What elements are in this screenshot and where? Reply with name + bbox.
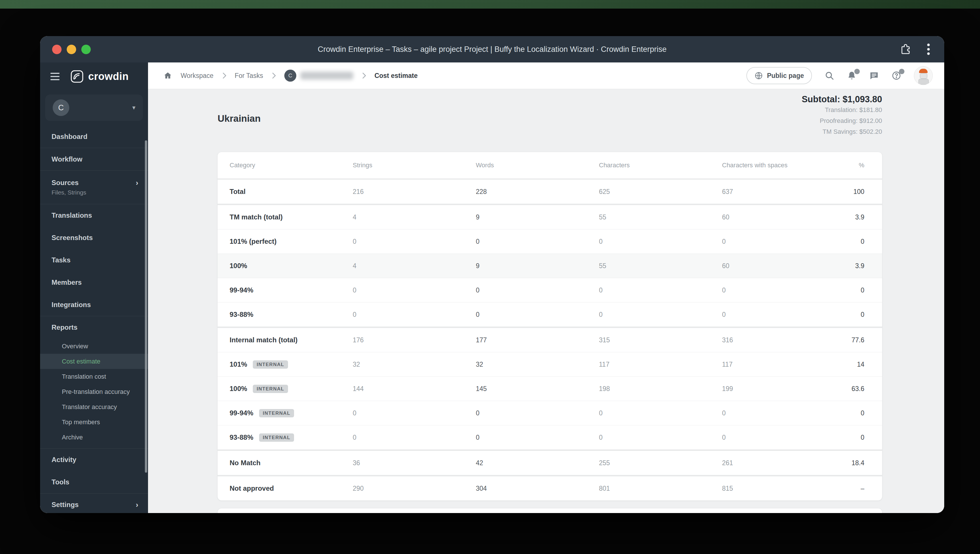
help-icon[interactable] — [891, 71, 901, 80]
table-row-total: Total 216 228 625 637 100 — [218, 180, 882, 204]
sidebar-item-workflow[interactable]: Workflow — [40, 148, 148, 171]
sidebar-item-reports[interactable]: Reports — [40, 316, 148, 338]
table-header-row: Category Strings Words Characters Charac… — [218, 152, 882, 180]
internal-badge: INTERNAL — [259, 409, 294, 417]
table-row-100-internal: 100%INTERNAL 144 145 198 199 63.6 — [218, 377, 882, 401]
sidebar-item-dashboard[interactable]: Dashboard — [40, 126, 148, 148]
subtotal-proofreading: Proofreading: $912.00 — [802, 115, 882, 126]
table-row-no-match: No Match 36 42 255 261 18.4 — [218, 449, 882, 475]
sidebar-item-screenshots[interactable]: Screenshots — [40, 227, 148, 249]
avatar-body — [918, 79, 929, 85]
col-header-characters: Characters — [599, 161, 722, 169]
table-row-tm-match-total: TM match (total) 4 9 55 60 3.9 — [218, 204, 882, 229]
table-row-101-perfect: 101% (perfect) 0 0 0 0 0 — [218, 229, 882, 254]
subtotal-amount: Subtotal: $1,093.80 — [802, 94, 882, 105]
sidebar-scrollbar[interactable] — [145, 140, 147, 473]
sidebar-subitem-pre-translation-accuracy[interactable]: Pre-translation accuracy — [40, 384, 148, 399]
breadcrumb-item-workspace[interactable]: Workspace — [181, 72, 213, 80]
browser-window: Crowdin Enterprise – Tasks – agile proje… — [40, 36, 944, 513]
desktop-background — [0, 0, 980, 9]
internal-badge: INTERNAL — [253, 385, 288, 393]
hamburger-menu-icon[interactable] — [50, 73, 60, 80]
sidebar-subitem-translator-accuracy[interactable]: Translator accuracy — [40, 399, 148, 415]
table-row-internal-match-total: Internal match (total) 176 177 315 316 7… — [218, 327, 882, 352]
sidebar-item-activity[interactable]: Activity — [40, 449, 148, 471]
per-file-table: Name ↓ Not approved Not translated TM Ma… — [218, 508, 882, 513]
table-row-100: 100% 4 9 55 60 3.9 — [218, 254, 882, 278]
chevron-separator-icon — [222, 72, 226, 79]
notifications-bell-icon[interactable] — [847, 71, 857, 80]
avatar-hat — [919, 69, 928, 73]
caret-down-icon: ▾ — [132, 104, 135, 112]
sidebar-item-members[interactable]: Members — [40, 271, 148, 294]
user-avatar[interactable] — [914, 66, 933, 85]
sources-subtitle: Files, Strings — [51, 189, 86, 196]
close-window-button[interactable] — [52, 45, 62, 54]
sidebar-item-sources[interactable]: Sources› Files, Strings — [40, 171, 148, 204]
zoom-window-button[interactable] — [81, 45, 91, 54]
subtotal-tm-savings: TM Savings: $502.20 — [802, 126, 882, 137]
report-content: Ukrainian Subtotal: $1,093.80 Translatio… — [148, 89, 944, 513]
screen: Crowdin Enterprise – Tasks – agile proje… — [0, 0, 980, 554]
cost-estimate-table: Category Strings Words Characters Charac… — [218, 152, 882, 500]
help-dot — [899, 69, 904, 74]
breadcrumb-current-cost-estimate: Cost estimate — [374, 72, 418, 80]
sidebar-subitem-cost-estimate[interactable]: Cost estimate — [40, 354, 148, 369]
chevron-right-icon: › — [136, 501, 138, 508]
chevron-separator-icon — [362, 72, 366, 79]
sidebar: crowdin C ▾ Dashboard Workflow Sources› … — [40, 62, 148, 513]
globe-icon — [754, 71, 763, 80]
sidebar-subitem-archive[interactable]: Archive — [40, 429, 148, 445]
organization-selector[interactable]: C ▾ — [45, 94, 143, 121]
traffic-lights — [52, 45, 91, 54]
table-row-not-approved: Not approved 290 304 801 815 – — [218, 475, 882, 500]
subtotal-block: Subtotal: $1,093.80 Translation: $181.80… — [802, 94, 882, 137]
table-row-99-94-internal: 99-94%INTERNAL 0 0 0 0 0 — [218, 401, 882, 425]
extensions-puzzle-icon[interactable] — [900, 43, 912, 55]
breadcrumb-item-for-tasks[interactable]: For Tasks — [235, 72, 263, 80]
avatar-head — [920, 73, 928, 79]
internal-badge: INTERNAL — [253, 360, 288, 369]
crowdin-bird-icon — [70, 70, 84, 83]
sidebar-item-tasks[interactable]: Tasks — [40, 249, 148, 271]
chevron-right-icon: › — [136, 179, 138, 187]
home-icon[interactable] — [164, 71, 172, 80]
sidebar-item-translations[interactable]: Translations — [40, 204, 148, 227]
col-header-words: Words — [476, 161, 599, 169]
messages-icon[interactable] — [869, 71, 879, 80]
minimize-window-button[interactable] — [67, 45, 76, 54]
notification-dot — [854, 69, 860, 74]
window-title: Crowdin Enterprise – Tasks – agile proje… — [318, 45, 667, 54]
breadcrumb-bar: Workspace For Tasks C Cost estimate — [148, 62, 944, 89]
browser-menu-kebab-icon[interactable] — [926, 43, 931, 56]
table-row-101-internal: 101%INTERNAL 32 32 117 117 14 — [218, 352, 882, 377]
sidebar-item-integrations[interactable]: Integrations — [40, 294, 148, 316]
col-header-percent: % — [845, 161, 864, 169]
organization-avatar: C — [52, 99, 69, 116]
internal-badge: INTERNAL — [259, 433, 294, 442]
sidebar-item-tools[interactable]: Tools — [40, 471, 148, 493]
col-header-category: Category — [230, 161, 353, 169]
crowdin-logo[interactable]: crowdin — [70, 70, 129, 83]
page-title-language: Ukrainian — [218, 113, 261, 124]
sidebar-subitem-translation-cost[interactable]: Translation cost — [40, 369, 148, 384]
breadcrumb-item-project[interactable]: C — [284, 70, 353, 81]
project-avatar: C — [284, 70, 296, 81]
crowdin-wordmark: crowdin — [88, 70, 129, 83]
public-page-button[interactable]: Public page — [746, 67, 812, 84]
subtotal-translation: Translation: $181.80 — [802, 105, 882, 115]
col-header-strings: Strings — [353, 161, 476, 169]
sidebar-item-settings[interactable]: Settings› — [40, 493, 148, 513]
table-row-93-88: 93-88% 0 0 0 0 0 — [218, 302, 882, 327]
search-icon[interactable] — [824, 71, 834, 80]
table-row-99-94: 99-94% 0 0 0 0 0 — [218, 278, 882, 302]
breadcrumb: Workspace For Tasks C Cost estimate — [164, 70, 418, 81]
chevron-separator-icon — [272, 72, 276, 79]
window-titlebar: Crowdin Enterprise – Tasks – agile proje… — [40, 36, 944, 62]
project-name-redacted — [300, 72, 353, 80]
table-row-93-88-internal: 93-88%INTERNAL 0 0 0 0 0 — [218, 425, 882, 449]
sidebar-subitem-overview[interactable]: Overview — [40, 338, 148, 354]
sidebar-subitem-top-members[interactable]: Top members — [40, 415, 148, 429]
col-header-characters-with-spaces: Characters with spaces — [722, 161, 845, 169]
